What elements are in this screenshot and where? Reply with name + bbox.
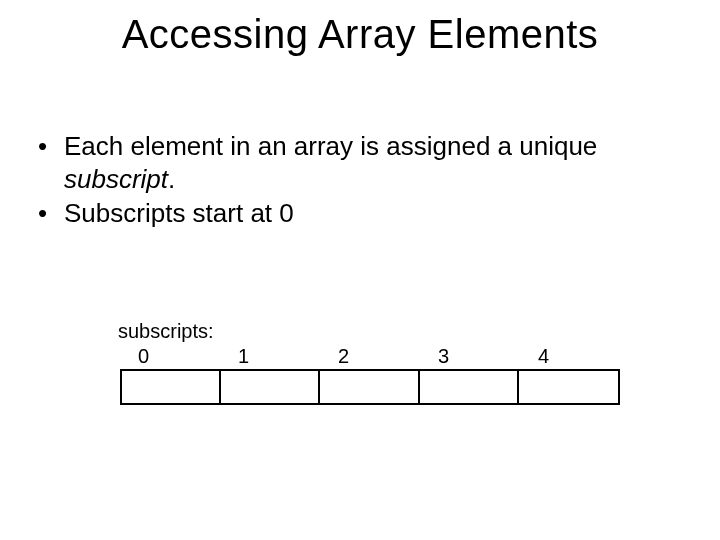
subscripts-row: 0 1 2 3 4 bbox=[120, 345, 620, 369]
bullet-item-2: Subscripts start at 0 bbox=[30, 197, 670, 230]
array-cell bbox=[122, 371, 221, 403]
array-diagram: subscripts: 0 1 2 3 4 bbox=[110, 320, 620, 405]
slide: Accessing Array Elements Each element in… bbox=[0, 0, 720, 540]
subscript-index: 0 bbox=[120, 345, 220, 369]
array-cell bbox=[420, 371, 519, 403]
subscript-index: 4 bbox=[520, 345, 620, 369]
array-cells bbox=[120, 369, 620, 405]
bullet-1-text-italic: subscript bbox=[64, 164, 168, 194]
bullet-list: Each element in an array is assigned a u… bbox=[30, 130, 670, 232]
array-cell bbox=[320, 371, 419, 403]
subscript-index: 3 bbox=[420, 345, 520, 369]
array-cell bbox=[221, 371, 320, 403]
bullet-2-text: Subscripts start at 0 bbox=[64, 198, 294, 228]
array-cell bbox=[519, 371, 618, 403]
bullet-1-text-a: Each element in an array is assigned a u… bbox=[64, 131, 597, 161]
bullet-1-text-b: . bbox=[168, 164, 175, 194]
bullet-item-1: Each element in an array is assigned a u… bbox=[30, 130, 670, 195]
subscript-index: 1 bbox=[220, 345, 320, 369]
subscript-index: 2 bbox=[320, 345, 420, 369]
subscripts-label: subscripts: bbox=[118, 320, 620, 343]
slide-title: Accessing Array Elements bbox=[0, 12, 720, 57]
